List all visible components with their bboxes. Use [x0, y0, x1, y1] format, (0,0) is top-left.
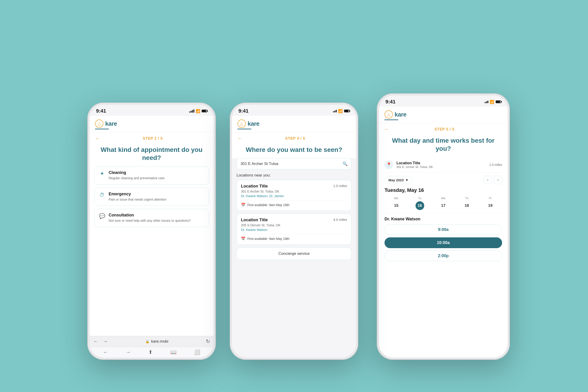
location-search[interactable]: 301 E Archer St Tulsa 🔍 [237, 158, 351, 169]
month-chevron-icon: ▼ [405, 178, 409, 182]
section-label: Locations near you: [232, 173, 356, 180]
page-heading-2: Where do you want to be seen? [238, 146, 350, 154]
available-text-1: First available: 9am May 16th [247, 203, 289, 207]
time-slot-2pm[interactable]: 2:00p [385, 250, 502, 261]
page-title-2: Where do you want to be seen? [232, 144, 356, 158]
datetime-content: 📍 Location Title 301 E. Archer St. Tulsa… [379, 157, 508, 358]
cleaning-title: Cleaning [109, 170, 165, 175]
logo-row-1: △ kare [95, 120, 208, 128]
consultation-title: Consultation [109, 213, 191, 218]
status-icons-2: 📶 [333, 109, 350, 113]
cal-day-mo[interactable]: Mo 15 [392, 196, 401, 210]
tab-forward-icon[interactable]: → [126, 349, 131, 355]
step-label-3: STEP 5 / 5 [392, 127, 497, 132]
location-name-1: Location Title [241, 184, 268, 189]
next-month-button[interactable]: › [494, 176, 502, 184]
month-selector: May 2023 ▼ ‹ › [385, 176, 502, 184]
reload-icon[interactable]: ↻ [206, 338, 210, 344]
tab-back-icon[interactable]: ← [103, 349, 108, 355]
tab-bar: ← → ⬆ 📖 ⬜ [89, 347, 214, 358]
cal-day-label-mo: Mo [394, 196, 398, 200]
page-title-1: What kind of appointment do you need? [89, 144, 214, 166]
cleaning-desc: Regular cleaning and preventative care [109, 176, 165, 180]
status-bar-2: 9:41 📶 [232, 105, 356, 116]
cal-day-num-tu: 16 [416, 201, 424, 210]
tab-share-icon[interactable]: ⬆ [148, 349, 152, 355]
cal-day-num-mo: 15 [392, 201, 401, 210]
location-address-1: 301 E Archer St. Tulsa, OK [241, 190, 347, 193]
time-slot-9am[interactable]: 9:00a [385, 224, 502, 235]
app-header-1: △ kare [89, 116, 214, 132]
cal-day-fr[interactable]: Fr 19 [486, 196, 495, 210]
step-nav-2: ← STEP 4 / 5 [232, 132, 356, 144]
browser-url: 🔒 kare.mobi [108, 339, 206, 344]
logo-icon-1: △ [95, 120, 103, 128]
back-button-3[interactable]: ← [385, 126, 390, 132]
date-heading: Tuesday, May 16 [385, 187, 502, 193]
location-pin-icon: 📍 [385, 160, 393, 169]
step-label-1: STEP 2 / 5 [102, 136, 203, 140]
phone-1: 9:41 📶 [87, 102, 216, 360]
logo-text-2: kare [248, 120, 260, 127]
browser-back-icon[interactable]: ← [93, 338, 98, 344]
consultation-card[interactable]: 💬 Consultation Not sure or need help wit… [94, 209, 209, 227]
step-label-2: STEP 4 / 5 [245, 136, 345, 140]
loc-title: Location Title [396, 161, 486, 165]
loc-info: Location Title 301 E. Archer St. Tulsa, … [396, 161, 486, 169]
doctor-section: Dr. Kwane Watson 9:00a 10:00a 2:00p [385, 213, 502, 261]
wifi-icon-1: 📶 [196, 109, 200, 113]
page-heading-3: What day and time works best for you? [385, 136, 501, 152]
consultation-icon: 💬 [98, 213, 105, 219]
concierge-text: Concierge service [278, 252, 310, 256]
tab-bookmarks-icon[interactable]: 📖 [170, 349, 176, 355]
step-nav-3: ← STEP 5 / 5 [379, 123, 508, 134]
status-icons-1: 📶 [189, 109, 207, 113]
page-title-3: What day and time works best for you? [379, 134, 508, 157]
wifi-icon-2: 📶 [338, 109, 343, 113]
browser-forward-icon[interactable]: → [103, 338, 108, 344]
page-heading-1: What kind of appointment do you need? [96, 146, 207, 162]
cal-day-num-th: 18 [462, 201, 471, 210]
cal-day-num-fr: 19 [486, 201, 495, 210]
time-3: 9:41 [385, 99, 396, 105]
emergency-card[interactable]: ⏱ Emergency Pain or issue that needs urg… [94, 188, 209, 206]
cal-day-label-tu: Tu [418, 196, 422, 200]
status-bar-3: 9:41 📶 [379, 96, 508, 106]
cal-day-label-fr: Fr [489, 196, 492, 200]
wifi-icon-3: 📶 [490, 100, 494, 104]
emergency-text: Emergency Pain or issue that needs urgen… [109, 192, 166, 202]
time-slots: 9:00a 10:00a 2:00p [385, 224, 502, 261]
location-card-1[interactable]: Location Title 1.0 miles 301 E Archer St… [237, 180, 351, 211]
back-button-2[interactable]: ← [237, 136, 243, 142]
emergency-desc: Pain or issue that needs urgent attentio… [109, 198, 166, 202]
location-card-2[interactable]: Location Title 4.0 miles 205 S Denver St… [237, 214, 351, 245]
tab-tabs-icon[interactable]: ⬜ [194, 349, 200, 355]
time-slot-10am[interactable]: 10:00a [385, 237, 502, 248]
location-name-2: Location Title [241, 218, 268, 222]
location-doctors-1: Dr. Kwane Watson, Dr. James [241, 194, 347, 198]
logo-text-1: kare [105, 120, 117, 127]
phone-2: 9:41 📶 [230, 102, 358, 360]
status-icons-3: 📶 [485, 100, 501, 104]
phone-3: 9:41 📶 [377, 93, 510, 360]
prev-month-button[interactable]: ‹ [484, 176, 492, 184]
back-button-1[interactable]: ← [95, 136, 100, 142]
month-pill[interactable]: May 2023 ▼ [385, 176, 413, 184]
location-doctors-2: Dr. Kwane Watson [241, 228, 347, 232]
signal-icon-1 [189, 109, 194, 112]
url-text: kare.mobi [151, 339, 168, 344]
browser-nav: ← → [93, 338, 108, 344]
header-underline-1 [95, 129, 109, 129]
cal-day-label-th: Th [465, 196, 469, 200]
cards-list: ✦ Cleaning Regular cleaning and preventa… [89, 166, 214, 251]
cal-day-tu[interactable]: Tu 16 [416, 196, 424, 210]
consultation-desc: Not sure or need help with any other iss… [109, 218, 191, 223]
signal-icon-2 [333, 110, 337, 112]
battery-icon-1 [202, 110, 207, 112]
time-1: 9:41 [96, 108, 106, 114]
concierge-card[interactable]: Concierge service [237, 248, 351, 260]
cal-day-th[interactable]: Th 18 [462, 196, 471, 210]
cleaning-card[interactable]: ✦ Cleaning Regular cleaning and preventa… [94, 166, 209, 184]
status-bar-1: 9:41 📶 [89, 105, 214, 116]
cal-day-we[interactable]: We 17 [439, 196, 448, 210]
